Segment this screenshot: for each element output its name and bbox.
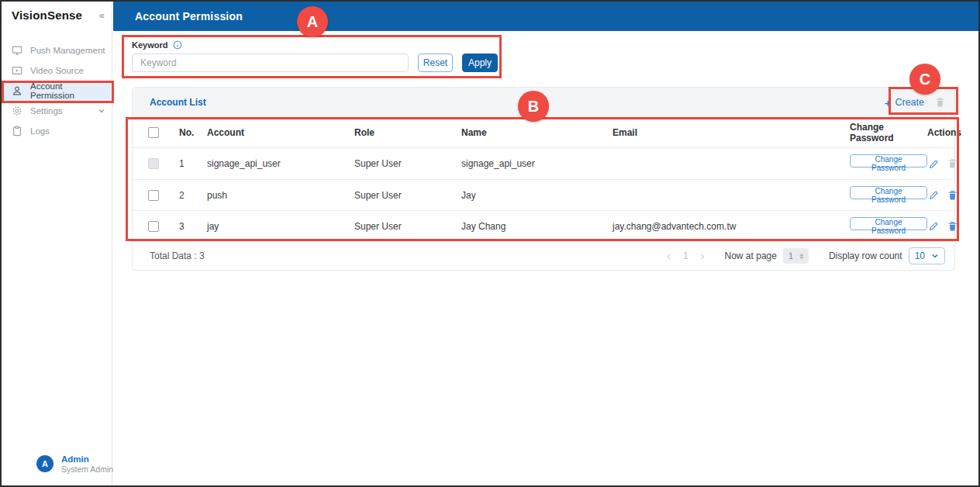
bulk-delete-icon	[935, 97, 945, 108]
edit-icon[interactable]	[929, 190, 939, 200]
sidebar-item-label: Push Management	[30, 46, 105, 55]
total-data-label: Total Data : 3	[150, 250, 205, 261]
plus-icon: +	[885, 97, 892, 109]
page-stepper-icon[interactable]	[799, 254, 804, 259]
account-list-header: Account List + Create	[133, 88, 954, 118]
change-password-button[interactable]: Change Password	[850, 154, 927, 168]
role-cell: Super User	[354, 221, 461, 232]
edit-icon[interactable]	[929, 159, 939, 169]
display-row-count-label: Display row count	[829, 250, 902, 261]
delete-icon[interactable]	[947, 190, 958, 201]
sidebar-item-account-permission[interactable]: Account Permission	[2, 81, 112, 101]
page-input-wrap	[783, 248, 809, 264]
delete-icon	[947, 158, 958, 169]
next-page-icon[interactable]: ›	[701, 250, 705, 261]
select-all-checkbox[interactable]	[148, 127, 159, 138]
sidebar-item-video-source[interactable]: Video Source	[2, 60, 112, 81]
chevron-down-icon	[931, 252, 939, 260]
account-cell: signage_api_user	[207, 158, 354, 169]
sidebar-item-label: Logs	[30, 126, 50, 136]
sidebar-menu: Push Management Video Source Account Per…	[2, 40, 112, 141]
edit-icon[interactable]	[929, 221, 939, 231]
col-change-password: Change Password	[850, 122, 927, 143]
page-input[interactable]	[788, 251, 799, 261]
row-checkbox	[148, 158, 159, 169]
row-count-value: 10	[915, 250, 925, 261]
col-actions: Actions	[927, 127, 961, 138]
apply-button[interactable]: Apply	[462, 54, 498, 72]
video-icon	[12, 65, 22, 76]
current-user[interactable]: A Admin System Administrator	[2, 454, 112, 486]
col-role: Role	[354, 127, 461, 138]
page-number[interactable]: 1	[683, 250, 688, 261]
table-row: 1 signage_api_user Super User signage_ap…	[133, 148, 954, 179]
main-content: Account Permission Keyword Reset Apply A…	[113, 2, 978, 485]
row-checkbox[interactable]	[148, 190, 159, 201]
gear-icon	[12, 105, 22, 116]
sidebar-item-label: Video Source	[30, 66, 84, 75]
account-cell: jay	[207, 221, 354, 232]
account-cell: push	[207, 190, 354, 201]
keyword-input[interactable]	[132, 54, 409, 72]
avatar: A	[36, 455, 53, 472]
name-cell: Jay	[461, 190, 612, 201]
now-at-page-label: Now at page	[725, 250, 777, 261]
role-cell: Super User	[354, 190, 461, 201]
sidebar: VisionSense « Push Management Video Sour…	[2, 2, 112, 485]
col-no: No.	[170, 127, 207, 138]
keyword-label: Keyword	[132, 40, 167, 50]
chevron-down-icon	[98, 107, 105, 115]
table-row: 2 push Super User Jay Change Password	[133, 179, 954, 210]
email-cell: jay.chang@advantech.com.tw	[612, 221, 850, 232]
table-footer: Total Data : 3 ‹ 1 › Now at page Display…	[133, 241, 954, 270]
reset-button[interactable]: Reset	[418, 54, 453, 72]
change-password-button[interactable]: Change Password	[850, 186, 927, 199]
user-icon	[12, 85, 22, 96]
keyword-filter-section: Keyword Reset Apply	[113, 31, 978, 72]
visionsense-app-window: VisionSense « Push Management Video Sour…	[0, 0, 980, 487]
table-row: 3 jay Super User Jay Chang jay.chang@adv…	[133, 210, 954, 241]
app-logo-title: VisionSense	[12, 9, 82, 22]
col-account: Account	[207, 127, 354, 138]
change-password-button[interactable]: Change Password	[850, 217, 927, 230]
sidebar-item-logs[interactable]: Logs	[2, 121, 112, 141]
row-checkbox[interactable]	[148, 221, 159, 232]
col-email: Email	[612, 127, 850, 138]
sidebar-item-settings[interactable]: Settings	[2, 101, 112, 121]
info-icon[interactable]	[173, 40, 182, 50]
row-count-select[interactable]: 10	[909, 247, 945, 264]
account-list-title: Account List	[150, 97, 206, 108]
table-header-row: No. Account Role Name Email Change Passw…	[133, 118, 954, 148]
name-cell: signage_api_user	[461, 158, 612, 169]
sidebar-item-push-management[interactable]: Push Management	[2, 40, 112, 60]
role-cell: Super User	[354, 158, 461, 169]
clipboard-icon	[12, 126, 22, 136]
delete-icon[interactable]	[947, 221, 958, 232]
page-title: Account Permission	[135, 10, 243, 22]
name-cell: Jay Chang	[461, 221, 612, 232]
account-list-card: Account List + Create No. Account	[132, 87, 955, 271]
page-header: Account Permission	[113, 2, 978, 31]
create-button[interactable]: + Create	[885, 97, 924, 109]
sidebar-item-label: Settings	[30, 106, 63, 116]
sidebar-item-label: Account Permission	[30, 81, 105, 100]
sidebar-collapse-icon[interactable]: «	[99, 9, 105, 21]
monitor-icon	[12, 45, 22, 56]
col-name: Name	[461, 127, 612, 138]
prev-page-icon[interactable]: ‹	[668, 250, 671, 261]
account-table: No. Account Role Name Email Change Passw…	[133, 118, 954, 241]
